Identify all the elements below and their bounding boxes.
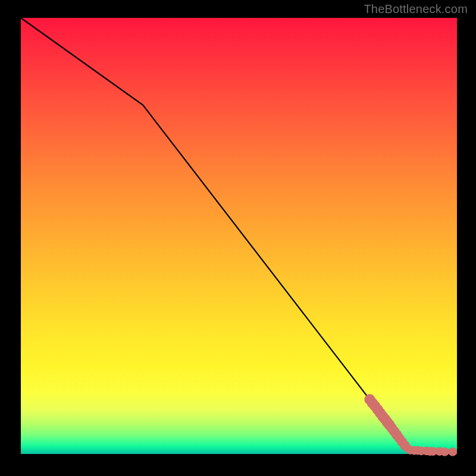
chart-svg: [21, 18, 457, 454]
chart-stage: TheBottleneck.com: [0, 0, 476, 476]
curve-markers: [364, 394, 457, 456]
watermark-text: TheBottleneck.com: [364, 2, 468, 16]
marker-dot: [448, 447, 457, 456]
marker-dot: [440, 447, 449, 456]
plot-area: [21, 18, 457, 454]
curve-line: [21, 18, 457, 452]
